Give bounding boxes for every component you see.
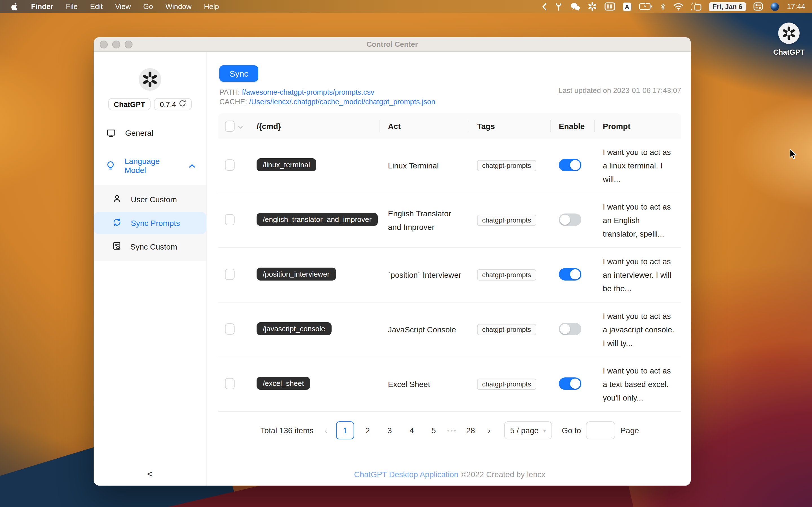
- menu-finder[interactable]: Finder: [31, 2, 53, 11]
- input-source-icon[interactable]: A: [622, 2, 631, 11]
- cmd-pill: /excel_sheet: [257, 377, 310, 390]
- chevron-down-icon[interactable]: [238, 121, 243, 130]
- enable-toggle[interactable]: [559, 377, 581, 390]
- page-button-2[interactable]: 2: [359, 422, 376, 439]
- prompt-text: I want you to act as an English translat…: [603, 202, 671, 238]
- chevron-up-icon[interactable]: [189, 164, 195, 168]
- sidebar: ChatGPT 0.7.4 General: [94, 52, 207, 486]
- sidebar-openai-logo-icon: [139, 68, 161, 91]
- pagination-ellipsis[interactable]: •••: [447, 427, 457, 434]
- barcode-icon[interactable]: [605, 2, 615, 11]
- sidebar-item-label: Sync Custom: [130, 242, 177, 251]
- main-panel: Sync PATH: f/awesome-chatgpt-prompts/pro…: [207, 52, 691, 486]
- footer-link[interactable]: ChatGPT Desktop Application: [354, 470, 458, 479]
- footer-copyright: ©2022 Created by lencx: [458, 470, 546, 479]
- page-size-select[interactable]: 5 / page ▾: [504, 421, 552, 439]
- select-all-checkbox[interactable]: [225, 120, 235, 131]
- enable-toggle[interactable]: [559, 213, 581, 226]
- total-items-text: Total 136 items: [260, 426, 313, 435]
- row-checkbox[interactable]: [225, 159, 235, 170]
- chevron-down-icon: ▾: [543, 427, 546, 434]
- enable-toggle[interactable]: [559, 323, 581, 335]
- prompts-table: /{cmd} Act Tags Enable Prompt /linux_ter…: [218, 113, 681, 439]
- menu-help[interactable]: Help: [204, 2, 219, 11]
- page-button-1[interactable]: 1: [336, 421, 354, 439]
- row-checkbox[interactable]: [225, 323, 235, 334]
- column-header-act: Act: [380, 113, 469, 138]
- act-text: JavaScript Console: [388, 325, 456, 334]
- tag-chip: chatgpt-prompts: [477, 324, 536, 335]
- language-model-submenu: User Custom Sync Prompts S: [94, 185, 206, 262]
- branch-icon[interactable]: [554, 2, 563, 11]
- openai-logo-icon: [778, 22, 800, 44]
- path-label: PATH:: [219, 88, 240, 96]
- desktop-icon-label: ChatGPT: [769, 48, 809, 56]
- cmd-pill: /javascript_console: [257, 322, 331, 335]
- desktop-icon-chatgpt[interactable]: ChatGPT: [769, 22, 809, 56]
- sidebar-item-label: Sync Prompts: [131, 219, 180, 228]
- act-text: Excel Sheet: [388, 380, 430, 389]
- page-size-value: 5 / page: [510, 426, 539, 435]
- enable-toggle[interactable]: [559, 268, 581, 280]
- menubar-clock[interactable]: 17:44: [787, 2, 805, 11]
- prev-page-button[interactable]: ‹: [321, 426, 331, 435]
- menu-bar: Finder File Edit View Go Window Help: [0, 0, 812, 13]
- lightbulb-icon: [107, 161, 115, 170]
- wifi-icon[interactable]: [673, 2, 683, 11]
- menu-window[interactable]: Window: [165, 2, 192, 11]
- menu-go[interactable]: Go: [143, 2, 153, 11]
- page-button-3[interactable]: 3: [381, 422, 398, 439]
- cache-line: CACHE: /Users/lencx/.chatgpt/cache_model…: [219, 97, 691, 107]
- menu-view[interactable]: View: [115, 2, 131, 11]
- next-page-button[interactable]: ›: [484, 426, 494, 435]
- sidebar-item-user-custom[interactable]: User Custom: [94, 188, 206, 211]
- table-row: /english_translator_and_improver English…: [218, 193, 681, 247]
- screen-mirroring-icon[interactable]: [691, 2, 702, 11]
- menu-edit[interactable]: Edit: [90, 2, 103, 11]
- doc-sync-icon: [113, 242, 121, 252]
- last-updated-text: Last updated on 2023-01-06 17:43:07: [559, 86, 681, 95]
- cmd-pill: /english_translator_and_improver: [257, 213, 378, 226]
- svg-text:A: A: [625, 3, 629, 10]
- path-link[interactable]: f/awesome-chatgpt-prompts/prompts.csv: [242, 88, 374, 96]
- enable-toggle[interactable]: [559, 159, 581, 171]
- goto-page-input[interactable]: [586, 421, 615, 439]
- cache-link[interactable]: /Users/lencx/.chatgpt/cache_model/chatgp…: [249, 98, 435, 106]
- pagination: Total 136 items ‹ 1 2 3 4 5 ••• 28 › 5 /…: [218, 421, 681, 439]
- refresh-icon[interactable]: [179, 100, 186, 109]
- row-checkbox[interactable]: [225, 378, 235, 389]
- page-button-5[interactable]: 5: [425, 422, 442, 439]
- openai-menubar-icon[interactable]: [588, 2, 597, 11]
- sidebar-item-sync-custom[interactable]: Sync Custom: [94, 235, 206, 258]
- sidebar-item-language-model[interactable]: Language Model: [94, 151, 206, 180]
- globe-icon[interactable]: [770, 2, 779, 11]
- menubar-date[interactable]: Fri, Jan 6: [709, 2, 746, 11]
- apple-icon[interactable]: [10, 2, 18, 11]
- wechat-icon[interactable]: [570, 2, 580, 11]
- tag-chip: chatgpt-prompts: [477, 269, 536, 281]
- bluetooth-icon[interactable]: [660, 2, 666, 11]
- column-header-enable: Enable: [551, 113, 595, 138]
- sync-button[interactable]: Sync: [219, 65, 259, 82]
- sidebar-item-sync-prompts[interactable]: Sync Prompts: [94, 212, 206, 234]
- control-center-icon[interactable]: [754, 2, 763, 11]
- sidebar-item-label: User Custom: [131, 195, 177, 204]
- tag-chip: chatgpt-prompts: [477, 160, 536, 171]
- window-titlebar[interactable]: Control Center: [94, 37, 691, 52]
- row-checkbox[interactable]: [225, 214, 235, 225]
- battery-icon[interactable]: [639, 2, 652, 11]
- act-text: `position` Interviewer: [388, 270, 461, 279]
- page-button-4[interactable]: 4: [403, 422, 420, 439]
- sidebar-item-general[interactable]: General: [94, 123, 206, 143]
- sidebar-item-label: General: [125, 128, 153, 137]
- chevron-left-icon[interactable]: [542, 2, 547, 11]
- menu-file[interactable]: File: [66, 2, 78, 11]
- collapse-sidebar-button[interactable]: <: [94, 469, 206, 480]
- desktop-screen: Finder File Edit View Go Window Help: [0, 0, 812, 507]
- monitor-icon: [107, 129, 116, 137]
- row-checkbox[interactable]: [225, 269, 235, 280]
- page-label: Page: [620, 426, 639, 435]
- version-badge[interactable]: 0.7.4: [154, 98, 192, 110]
- page-button-28[interactable]: 28: [462, 422, 479, 439]
- tag-chip: chatgpt-prompts: [477, 379, 536, 390]
